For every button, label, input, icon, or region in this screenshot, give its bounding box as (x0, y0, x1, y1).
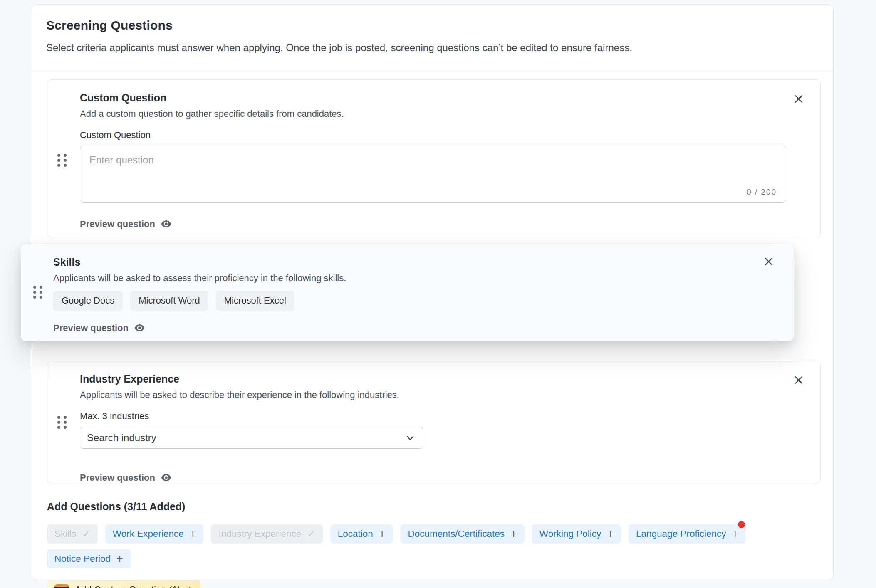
chip-label: Documents/Certificates (408, 524, 505, 544)
chip-label: Working Policy (539, 524, 601, 544)
chevron-down-icon (405, 433, 415, 443)
plus-icon: + (732, 529, 738, 540)
close-x-icon (793, 375, 804, 385)
skill-tag-list: Google DocsMicrosoft WordMicrosoft Excel (53, 291, 759, 311)
chip-label: Industry Experience (218, 524, 301, 544)
close-icon[interactable] (792, 373, 805, 387)
chip-label: Notice Period (54, 549, 111, 568)
check-icon: ✓ (82, 529, 90, 539)
chip-language-proficiency[interactable]: Language Proficiency+ (629, 524, 746, 544)
close-icon[interactable] (762, 255, 775, 268)
drag-handle-icon[interactable] (57, 154, 67, 167)
chip-label: Language Proficiency (636, 524, 726, 544)
plus-icon: + (186, 584, 193, 588)
chip-working-policy[interactable]: Working Policy+ (532, 524, 621, 544)
question-input[interactable] (80, 146, 786, 202)
card-title: Skills (53, 256, 759, 268)
preview-question-label: Preview question (53, 323, 129, 334)
custom-question-field-label: Custom Question (80, 130, 785, 141)
notification-dot (738, 521, 745, 528)
chip-label: Skills (54, 524, 77, 544)
chip-skills: Skills✓ (47, 524, 98, 544)
question-textarea-container: 0 / 200 (80, 146, 786, 203)
card-description: Applicants will be asked to assess their… (53, 272, 759, 284)
chip-work-experience[interactable]: Work Experience+ (105, 524, 204, 544)
card-description: Add a custom question to gather specific… (80, 108, 785, 120)
plus-icon: + (510, 529, 517, 540)
industry-select-placeholder: Search industry (87, 432, 156, 444)
preview-question-button[interactable]: Preview question (80, 218, 172, 230)
skills-card: Skills Applicants will be asked to asses… (21, 244, 794, 341)
chip-add-custom-question-1[interactable]: VIPAdd Custom Question (1)+ (47, 580, 200, 588)
vip-icon: VIP (54, 584, 69, 588)
close-x-icon (763, 256, 774, 267)
chip-documents-certificates[interactable]: Documents/Certificates+ (400, 524, 524, 544)
add-questions-heading: Add Questions (3/11 Added) (47, 501, 833, 513)
panel-header: Screening Questions Select criteria appl… (31, 5, 833, 54)
char-counter: 0 / 200 (747, 188, 777, 197)
chip-label: Work Experience (113, 524, 184, 544)
industry-field-label: Max. 3 industries (80, 411, 785, 422)
custom-question-card: Custom Question Add a custom question to… (47, 79, 821, 237)
skill-tag-google-docs: Google Docs (53, 291, 123, 311)
skill-tag-microsoft-excel: Microsoft Excel (216, 291, 294, 311)
drag-handle-icon[interactable] (57, 416, 67, 429)
industry-experience-card: Industry Experience Applicants will be a… (47, 361, 821, 483)
plus-icon: + (379, 529, 386, 540)
eye-icon (134, 322, 145, 334)
plus-icon: + (190, 529, 196, 540)
preview-question-label: Preview question (80, 219, 155, 230)
industry-search-select[interactable]: Search industry (80, 427, 423, 449)
card-description: Applicants will be asked to describe the… (80, 389, 785, 401)
chip-label: Add Custom Question (1) (75, 580, 181, 588)
drag-handle-icon[interactable] (33, 286, 42, 299)
page-title: Screening Questions (46, 18, 818, 33)
chip-label: Location (338, 524, 373, 544)
eye-icon (161, 218, 172, 230)
card-title: Custom Question (80, 91, 785, 104)
page-subtitle: Select criteria applicants must answer w… (46, 41, 818, 54)
check-icon: ✓ (307, 529, 315, 539)
skill-tag-microsoft-word: Microsoft Word (130, 291, 208, 311)
plus-icon: + (116, 553, 123, 565)
chip-notice-period[interactable]: Notice Period+ (47, 549, 131, 568)
page: { "header": { "title": "Screening Questi… (0, 0, 876, 588)
card-title: Industry Experience (80, 373, 785, 385)
chip-location[interactable]: Location+ (330, 524, 393, 544)
eye-icon (161, 472, 172, 483)
plus-icon: + (607, 529, 614, 540)
preview-question-button[interactable]: Preview question (53, 322, 145, 334)
close-icon[interactable] (792, 92, 805, 106)
preview-question-label: Preview question (80, 472, 155, 483)
chip-industry-experience: Industry Experience✓ (211, 524, 322, 544)
close-x-icon (793, 94, 804, 104)
add-questions-chip-list: Skills✓Work Experience+Industry Experien… (47, 524, 821, 588)
preview-question-button[interactable]: Preview question (80, 472, 172, 483)
